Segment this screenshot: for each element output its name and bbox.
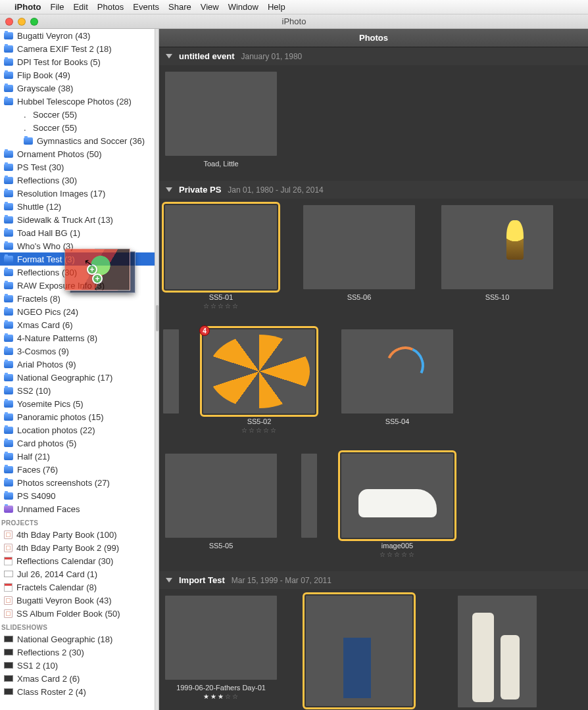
sidebar-item[interactable]: Bugatti Veyron Book (43) [0,594,155,607]
sidebar-item[interactable]: PS S4090 [0,489,155,502]
menu-events[interactable]: Events [133,2,159,12]
sidebar-item[interactable]: Arial Photos (9) [0,358,155,371]
sidebar-item[interactable]: Card photos (5) [0,437,155,450]
sidebar-item-label: Reflections (30) [17,268,77,277]
menu-file[interactable]: File [50,2,64,12]
sidebar-item[interactable]: 4th Bday Party Book (100) [0,528,155,541]
close-button[interactable] [5,18,13,26]
disclosure-triangle-icon[interactable] [166,578,172,582]
photo-thumbnail[interactable]: 2011-03-07-Baseball Team-001 [439,596,555,710]
menu-photos[interactable]: Photos [97,2,124,12]
minimize-button[interactable] [18,18,26,26]
sidebar-item[interactable]: Jul 26, 2014 Card (1) [0,567,155,580]
sidebar-item[interactable]: PS Test (30) [0,160,155,174]
event-name: Private PS [179,185,221,195]
sidebar-item[interactable]: Hubbel Telescope Photos (28) [0,95,155,108]
sidebar-item[interactable]: Class Roster 2 (4) [0,685,155,698]
app-menu[interactable]: iPhoto [14,2,41,12]
photo-image [165,596,277,680]
event-header[interactable]: untitled eventJanuary 01, 1980 [159,47,588,65]
sidebar-item[interactable]: 4th Bday Party Book 2 (99) [0,541,155,554]
sidebar-item[interactable]: Who's Who (3) [0,239,155,252]
sidebar-item[interactable]: Yosemite Pics (5) [0,397,155,410]
sidebar-item[interactable]: DPI Test for Books (5) [0,55,155,68]
sidebar-item[interactable]: Xmas Card (6) [0,318,155,331]
event-header[interactable]: Import TestMar 15, 1999 - Mar 07, 2011 [159,571,588,589]
photo-thumbnail[interactable] [301,454,317,558]
sidebar-item[interactable]: Ornament Photos (50) [0,147,155,160]
photo-thumbnail[interactable]: 1999-06-20-Fathers Day-02★★★☆☆ [301,596,417,710]
sidebar-item[interactable]: Reflections 2 (30) [0,646,155,659]
sidebar-item-label: Reflections 2 (30) [17,648,84,657]
sidebar-item[interactable]: National Geographic (18) [0,632,155,646]
menu-help[interactable]: Help [268,2,285,12]
event-name: untitled event [179,51,235,61]
sidebar-item[interactable]: 3-Cosmos (9) [0,344,155,358]
rating-stars[interactable]: ☆☆☆☆☆ [203,302,239,310]
sidebar-item-label: Location photos (22) [17,425,95,435]
sidebar-item[interactable]: Reflections Calendar (30) [0,554,155,567]
menu-edit[interactable]: Edit [73,2,87,12]
photo-thumbnail[interactable]: 1999-06-20-Fathers Day-01★★★☆☆ [163,596,279,710]
photo-thumbnail[interactable] [163,329,179,434]
sidebar-item-label: Fractels Calendar (8) [16,582,97,592]
disclosure-triangle-icon[interactable] [166,54,172,59]
sidebar-item[interactable]: SS Album Folder Book (50) [0,607,155,620]
rating-stars[interactable]: ☆☆☆☆☆ [241,427,278,434]
sidebar-item[interactable]: Sidewalk & Truck Art (13) [0,213,155,226]
sidebar-item-label: Sidewalk & Truck Art (13) [17,215,113,225]
disclosure-triangle-icon[interactable] [166,187,172,192]
content-pane: Photos untitled eventJanuary 01, 1980Toa… [159,29,588,710]
sidebar-item[interactable]: Grayscale (38) [0,82,155,95]
event-name: Import Test [179,575,225,585]
rating-stars[interactable]: ★★★☆☆ [203,693,239,700]
sidebar-item[interactable]: Flip Book (49) [0,68,155,82]
sidebar-item[interactable]: Half (21) [0,450,155,463]
sidebar-item[interactable]: SS1 2 (10) [0,659,155,672]
photo-thumbnail[interactable]: SS5-05 [163,454,279,558]
sidebar-item-label: Resolution Images (17) [17,189,105,199]
sidebar-item[interactable]: .Soccer (55) [0,108,155,121]
photo-image [306,596,412,706]
photo-thumbnail[interactable]: Toad, Little [163,72,279,168]
sidebar-item[interactable]: Format Test (3) [0,252,155,266]
sidebar-item[interactable]: Location photos (22) [0,423,155,437]
photo-thumbnail[interactable]: SS5-10 [439,205,555,310]
sidebar-item[interactable]: Panoramic photos (15) [0,410,155,423]
sidebar-item[interactable]: Camera EXIF Test 2 (18) [0,42,155,55]
sidebar-item[interactable]: Shuttle (12) [0,200,155,213]
sidebar-item[interactable]: Toad Hall BG (1) [0,226,155,239]
sidebar-item[interactable]: NGEO Pics (24) [0,305,155,318]
sidebar-item[interactable]: 4-Nature Patterns (8) [0,331,155,344]
sidebar-item[interactable]: Reflections (30) [0,174,155,187]
sidebar-item-label: National Geographic (18) [17,634,112,644]
sidebar-item[interactable]: Photos screenshots (27) [0,476,155,489]
zoom-button[interactable] [30,18,38,26]
sidebar-item[interactable]: Bugatti Veyron (43) [0,29,155,42]
sidebar-item-label: Yosemite Pics (5) [17,399,84,409]
sidebar-item[interactable]: National Geographic (17) [0,371,155,384]
sidebar-item[interactable]: Gymnastics and Soccer (36) [0,134,155,147]
menu-share[interactable]: Share [168,2,191,12]
sidebar-item[interactable]: RAW Exposure Info (3) [0,279,155,292]
photo-thumbnail[interactable]: 4SS5-02☆☆☆☆☆ [201,329,317,434]
sidebar-item[interactable]: .Soccer (55) [0,121,155,134]
photo-thumbnail[interactable]: SS5-06 [301,205,417,310]
sidebar-item[interactable]: Resolution Images (17) [0,187,155,200]
photo-thumbnail[interactable]: image005☆☆☆☆☆ [339,454,455,558]
rating-stars[interactable]: ☆☆☆☆☆ [380,551,416,558]
photo-thumbnail[interactable]: SS5-04 [339,329,455,434]
menu-window[interactable]: Window [228,2,258,12]
photo-thumbnail[interactable]: SS5-01☆☆☆☆☆ [163,205,279,310]
sidebar-item[interactable]: Faces (76) [0,463,155,476]
event-header[interactable]: Private PSJan 01, 1980 - Jul 26, 2014 [159,181,588,199]
sidebar-item[interactable]: SS2 (10) [0,384,155,397]
sidebar-item-label: Panoramic photos (15) [17,412,104,422]
sidebar-item[interactable]: Fractels (8) [0,292,155,305]
sidebar-item[interactable]: Reflections (30) [0,266,155,279]
menu-view[interactable]: View [201,2,219,12]
sidebar-item[interactable]: Xmas Card 2 (6) [0,672,155,685]
sidebar-item[interactable]: Fractels Calendar (8) [0,580,155,594]
sidebar-item-label: Soccer (55) [33,110,77,120]
sidebar-item[interactable]: Unnamed Faces [0,502,155,515]
